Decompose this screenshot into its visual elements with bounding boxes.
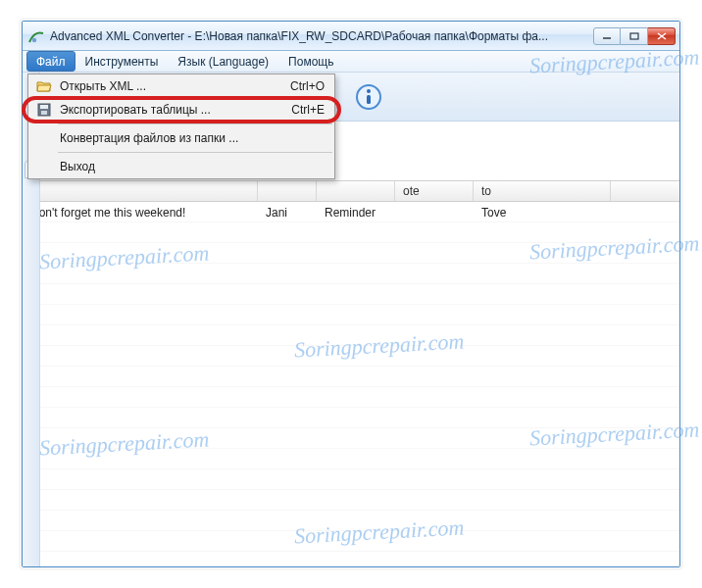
menu-item-label: Конвертация файлов из папки ... bbox=[60, 131, 325, 145]
grid-header-cell[interactable] bbox=[258, 181, 317, 201]
menu-item-exit[interactable]: Выход bbox=[28, 155, 334, 178]
svg-point-6 bbox=[367, 89, 371, 93]
svg-rect-7 bbox=[367, 95, 371, 104]
table-row[interactable]: Don't forget me this weekend! Jani Remin… bbox=[23, 202, 679, 222]
menu-item-shortcut: Ctrl+E bbox=[291, 103, 325, 117]
app-icon bbox=[28, 28, 44, 44]
cell: Reminder bbox=[317, 206, 395, 220]
svg-rect-10 bbox=[41, 111, 47, 115]
cell: Jani bbox=[258, 206, 317, 220]
grid-body: Don't forget me this weekend! Jani Remin… bbox=[23, 202, 679, 566]
menu-item-shortcut: Ctrl+O bbox=[290, 79, 325, 93]
maximize-button[interactable] bbox=[621, 27, 648, 45]
svg-rect-9 bbox=[40, 105, 48, 109]
menu-help[interactable]: Помощь bbox=[278, 51, 343, 72]
menubar: Файл Инструменты Язык (Language) Помощь bbox=[23, 51, 679, 73]
menu-separator bbox=[58, 123, 332, 124]
cell: Tove bbox=[474, 206, 611, 220]
grid-header-cell[interactable] bbox=[317, 181, 395, 201]
grid-header-cell[interactable]: ote bbox=[395, 181, 474, 201]
grid-header-cell[interactable] bbox=[23, 181, 258, 201]
grid-header-cell[interactable]: to bbox=[474, 181, 611, 201]
grid-header: ote to bbox=[23, 180, 679, 202]
cell: Don't forget me this weekend! bbox=[23, 206, 258, 220]
menu-item-convert-folder[interactable]: Конвертация файлов из папки ... bbox=[28, 126, 334, 150]
menu-item-label: Открыть XML ... bbox=[60, 79, 290, 93]
menu-tools[interactable]: Инструменты bbox=[75, 51, 169, 72]
svg-point-0 bbox=[32, 37, 36, 41]
minimize-button[interactable] bbox=[593, 27, 621, 45]
menu-item-label: Выход bbox=[60, 160, 325, 173]
svg-rect-2 bbox=[630, 33, 638, 39]
file-menu-dropdown: Открыть XML ... Ctrl+O Экспортировать та… bbox=[27, 74, 335, 179]
menu-file[interactable]: Файл bbox=[26, 51, 75, 72]
info-icon bbox=[354, 82, 383, 112]
save-icon bbox=[34, 103, 54, 117]
menu-separator bbox=[58, 152, 332, 153]
menu-language[interactable]: Язык (Language) bbox=[168, 51, 278, 72]
content-area: ote to Don't forget me this weekend! Jan… bbox=[23, 122, 679, 566]
menu-item-label: Экспортировать таблицы ... bbox=[60, 103, 291, 117]
window-title: Advanced XML Converter - E:\Новая папка\… bbox=[50, 29, 593, 43]
folder-open-icon bbox=[34, 79, 54, 93]
menu-item-open-xml[interactable]: Открыть XML ... Ctrl+O bbox=[28, 74, 334, 98]
menu-item-export-tables[interactable]: Экспортировать таблицы ... Ctrl+E bbox=[28, 98, 334, 122]
window-controls bbox=[593, 27, 676, 45]
close-button[interactable] bbox=[648, 27, 676, 45]
titlebar: Advanced XML Converter - E:\Новая папка\… bbox=[23, 22, 679, 51]
